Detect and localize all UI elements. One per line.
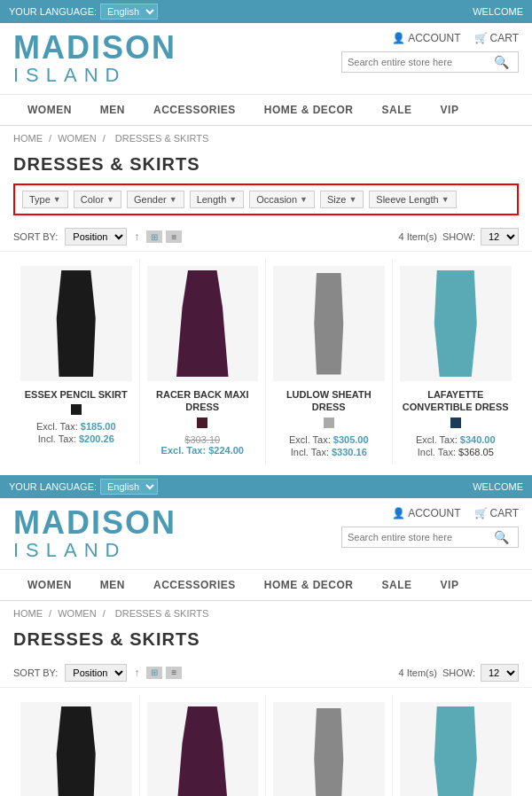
language-select[interactable]: English [100, 4, 158, 20]
product-image-2[interactable] [147, 266, 259, 381]
excl-price-2: Excl. Tax: $224.00 [161, 445, 244, 456]
language-selector-2[interactable]: YOUR LANGUAGE: English [9, 479, 158, 495]
cart-link-2[interactable]: 🛒 CART [474, 507, 519, 519]
language-selector[interactable]: YOUR LANGUAGE: English [9, 4, 158, 20]
color-swatch-3[interactable] [324, 418, 334, 428]
sort-right: 4 Item(s) SHOW: 12 [399, 228, 519, 246]
list-view-icon[interactable]: ≡ [166, 230, 182, 243]
filter-color[interactable]: Color ▼ [74, 191, 121, 208]
filter-gender[interactable]: Gender ▼ [127, 191, 184, 208]
cart-label: CART [490, 32, 519, 44]
account-label: ACCOUNT [408, 32, 460, 44]
nav-women-2[interactable]: WOMEN [13, 570, 86, 600]
product-image-4[interactable] [400, 266, 512, 381]
pencil-skirt-image-2 [51, 706, 100, 796]
price-incl-1: Incl. Tax: $200.26 [20, 433, 132, 444]
product-name-3: LUDLOW SHEATH DRESS [273, 388, 385, 414]
grid-view-icon[interactable]: ⊞ [146, 230, 162, 243]
incl-price-1: $200.26 [79, 433, 114, 444]
filter-length[interactable]: Length ▼ [190, 191, 245, 208]
product-item-s2-1: ESSEX PENCIL SKIRT Excl. Tax: $185.00 In… [13, 695, 140, 796]
breadcrumb-home-2[interactable]: HOME [13, 608, 43, 619]
nav-sale-2[interactable]: SALE [368, 570, 426, 600]
maxi-dress-image-2 [174, 706, 231, 796]
sort-direction-icon[interactable]: ↑ [134, 230, 139, 243]
breadcrumb-women[interactable]: WOMEN [58, 133, 96, 144]
nav-home-decor-2[interactable]: HOME & DECOR [250, 570, 368, 600]
product-item-s2-4: LAFAYETTE CONVERTIBLE DRESS Excl. Tax: $… [393, 695, 520, 796]
header-right-2: 👤 ACCOUNT 🛒 CART 🔍 [341, 507, 519, 548]
breadcrumb-2: HOME / WOMEN / DRESSES & SKIRTS [0, 601, 532, 626]
sort-select[interactable]: Position [65, 228, 127, 246]
sort-left-2: SORT BY: Position ↑ ⊞ ≡ [13, 664, 182, 682]
welcome-text: WELCOME [473, 6, 523, 17]
nav-accessories[interactable]: ACCESSORIES [139, 95, 250, 125]
color-swatch-4[interactable] [450, 418, 461, 428]
language-label-2: YOUR LANGUAGE: [9, 481, 97, 492]
maxi-dress-image [174, 270, 231, 377]
breadcrumb-women-2[interactable]: WOMEN [58, 608, 96, 619]
show-select-2[interactable]: 12 [481, 664, 519, 682]
nav-vip-2[interactable]: VIP [426, 570, 473, 600]
nav-sale[interactable]: SALE [368, 95, 426, 125]
search-icon-2[interactable]: 🔍 [494, 530, 509, 544]
logo[interactable]: MADISON ISLAND [13, 32, 176, 85]
nav-home-decor[interactable]: HOME & DECOR [250, 95, 368, 125]
breadcrumb: HOME / WOMEN / DRESSES & SKIRTS [0, 126, 532, 151]
product-image-s2-3[interactable] [273, 702, 385, 796]
product-item-1: ESSEX PENCIL SKIRT Excl. Tax: $185.00 In… [13, 259, 140, 464]
list-view-icon-2[interactable]: ≡ [166, 667, 182, 679]
page-title-2: DRESSES & SKIRTS [0, 626, 532, 659]
products-grid-2: ESSEX PENCIL SKIRT Excl. Tax: $185.00 In… [0, 695, 532, 796]
cart-link[interactable]: 🛒 CART [474, 32, 519, 44]
nav-accessories-2[interactable]: ACCESSORIES [139, 570, 250, 600]
search-input[interactable] [348, 57, 494, 67]
account-icon: 👤 [392, 32, 405, 44]
filter-type[interactable]: Type ▼ [22, 191, 68, 208]
language-select-2[interactable]: English [100, 479, 158, 495]
filter-bar: Type ▼ Color ▼ Gender ▼ Length ▼ Occasio… [13, 183, 519, 215]
sort-select-2[interactable]: Position [65, 664, 127, 682]
language-label: YOUR LANGUAGE: [9, 6, 97, 17]
color-swatch-1[interactable] [71, 404, 82, 415]
show-label-2: SHOW: [442, 667, 475, 678]
logo-madison: MADISON [13, 32, 176, 64]
product-name-4: LAFAYETTE CONVERTIBLE DRESS [400, 388, 512, 414]
main-nav-2: WOMEN MEN ACCESSORIES HOME & DECOR SALE … [0, 570, 532, 601]
excl-price-1: $185.00 [81, 421, 116, 432]
view-icons: ⊞ ≡ [146, 230, 182, 243]
price-old-2: $303.10 [147, 434, 259, 445]
nav-vip[interactable]: VIP [426, 95, 473, 125]
nav-men[interactable]: MEN [86, 95, 139, 125]
nav-men-2[interactable]: MEN [86, 570, 139, 600]
nav-women[interactable]: WOMEN [13, 95, 86, 125]
filter-occasion[interactable]: Occasion ▼ [249, 191, 315, 208]
cart-icon: 🛒 [474, 32, 488, 44]
product-image-s2-4[interactable] [400, 702, 512, 796]
account-link[interactable]: 👤 ACCOUNT [392, 32, 460, 44]
cart-label-2: CART [490, 507, 519, 519]
sort-right-2: 4 Item(s) SHOW: 12 [399, 664, 519, 682]
sort-bar-2: SORT BY: Position ↑ ⊞ ≡ 4 Item(s) SHOW: … [0, 659, 532, 688]
product-image-s2-2[interactable] [147, 702, 259, 796]
search-icon[interactable]: 🔍 [494, 55, 509, 69]
sort-direction-icon-2[interactable]: ↑ [134, 667, 139, 679]
grid-view-icon-2[interactable]: ⊞ [146, 667, 162, 679]
filter-size[interactable]: Size ▼ [320, 191, 364, 208]
filter-sleeve-length[interactable]: Sleeve Length ▼ [369, 191, 456, 208]
color-swatch-2[interactable] [197, 418, 207, 428]
product-image-s2-1[interactable] [20, 702, 132, 796]
account-link-2[interactable]: 👤 ACCOUNT [392, 507, 460, 519]
breadcrumb-home[interactable]: HOME [13, 133, 43, 144]
sort-left: SORT BY: Position ↑ ⊞ ≡ [13, 228, 182, 246]
search-input-2[interactable] [348, 532, 494, 542]
welcome-text-2: WELCOME [473, 481, 523, 492]
product-image-1[interactable] [20, 266, 132, 381]
convertible-dress-image-2 [429, 706, 482, 796]
product-image-3[interactable] [273, 266, 385, 381]
header-links-2: 👤 ACCOUNT 🛒 CART [392, 507, 519, 519]
sort-by-label: SORT BY: [13, 231, 58, 242]
show-select[interactable]: 12 [481, 228, 519, 246]
search-bar-2: 🔍 [341, 527, 519, 548]
logo-2[interactable]: MADISON ISLAND [13, 507, 176, 560]
